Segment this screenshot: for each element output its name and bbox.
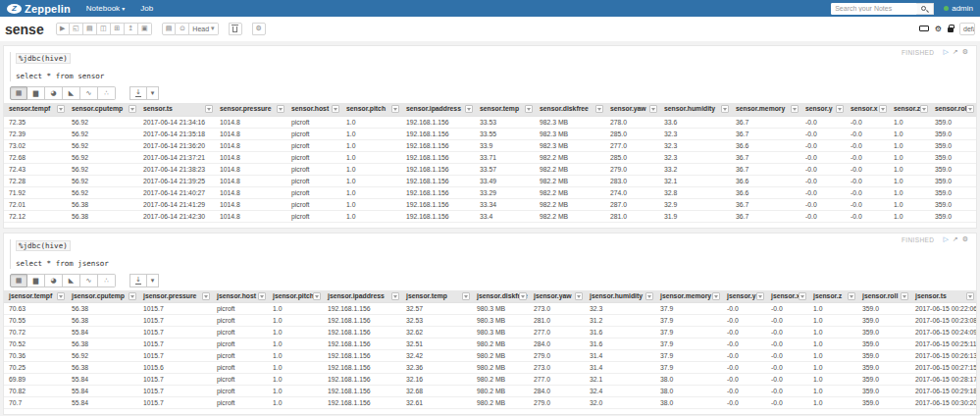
sort-icon[interactable]: [57, 292, 65, 300]
column-header[interactable]: sensor.diskfree: [535, 103, 605, 116]
sort-icon[interactable]: [756, 292, 764, 300]
sort-icon[interactable]: [313, 292, 321, 300]
clone-note-button[interactable]: ⊞: [111, 23, 125, 35]
search-input[interactable]: [831, 3, 917, 15]
column-header[interactable]: sensor.tempf: [4, 103, 67, 116]
sort-icon[interactable]: [129, 105, 136, 113]
column-header[interactable]: sensor.temp: [475, 103, 535, 116]
sort-icon[interactable]: [129, 292, 136, 300]
expand-paragraph-button[interactable]: ↗: [953, 49, 958, 56]
sort-icon[interactable]: [332, 105, 339, 113]
sort-icon[interactable]: [57, 105, 65, 113]
note-visibility-dropdown[interactable]: default: [959, 23, 975, 35]
pie-chart-button[interactable]: ◕: [45, 86, 63, 100]
column-header[interactable]: sensor.memory: [731, 103, 800, 116]
sort-icon[interactable]: [966, 292, 974, 300]
interpreter-binding-button[interactable]: ⚙: [935, 26, 942, 33]
paragraph-settings-button[interactable]: ⚙: [962, 236, 968, 243]
column-header[interactable]: sensor.pressure: [215, 103, 286, 116]
code-editor[interactable]: %jdbc(hive) select * from jsensor: [10, 239, 968, 269]
hide-output-button[interactable]: ▤: [83, 23, 97, 35]
code-editor[interactable]: %jdbc(hive) select * from sensor: [10, 52, 968, 81]
column-header[interactable]: sensor.pitch: [341, 103, 401, 116]
pie-chart-button[interactable]: ◕: [45, 274, 63, 287]
sort-icon[interactable]: [575, 292, 583, 300]
sort-icon[interactable]: [649, 105, 657, 113]
sort-icon[interactable]: [836, 105, 844, 113]
sort-icon[interactable]: [645, 292, 653, 300]
run-paragraph-button[interactable]: ▷: [943, 236, 948, 243]
sort-icon[interactable]: [391, 292, 399, 300]
sort-icon[interactable]: [799, 292, 806, 300]
column-header[interactable]: sensor.ts: [138, 103, 215, 116]
download-caret-button[interactable]: ▾: [147, 86, 159, 100]
column-header[interactable]: sensor.z: [889, 103, 930, 116]
sort-icon[interactable]: [712, 292, 720, 300]
column-header[interactable]: sensor.roll: [930, 103, 976, 116]
export-note-button[interactable]: ↥: [125, 23, 138, 35]
sort-icon[interactable]: [920, 105, 928, 113]
menu-job[interactable]: Job: [140, 4, 153, 13]
scatter-chart-button[interactable]: ∴: [98, 274, 116, 287]
column-header[interactable]: jsensor.tempf: [4, 290, 67, 303]
column-header[interactable]: jsensor.ipaddress: [323, 290, 401, 303]
hide-code-button[interactable]: ◱: [70, 23, 83, 35]
paragraph-settings-button[interactable]: ⚙: [962, 49, 968, 56]
sort-icon[interactable]: [519, 292, 527, 300]
delete-note-button[interactable]: [229, 23, 242, 35]
column-header[interactable]: jsensor.host: [212, 290, 268, 303]
column-header[interactable]: jsensor.pitch: [268, 290, 323, 303]
area-chart-button[interactable]: ◣: [63, 86, 80, 100]
shortcuts-button[interactable]: [919, 26, 929, 33]
sort-icon[interactable]: [462, 292, 470, 300]
download-caret-button[interactable]: ▾: [147, 274, 159, 287]
column-header[interactable]: jsensor.humidity: [585, 290, 655, 303]
sort-icon[interactable]: [848, 292, 855, 300]
sort-icon[interactable]: [901, 292, 908, 300]
search-button[interactable]: [917, 3, 934, 15]
permissions-button[interactable]: [948, 25, 954, 34]
table-view-button[interactable]: ▦: [10, 274, 27, 287]
sort-icon[interactable]: [791, 105, 799, 113]
column-header[interactable]: jsensor.ts: [910, 290, 976, 303]
column-header[interactable]: jsensor.yaw: [529, 290, 585, 303]
sort-icon[interactable]: [202, 292, 210, 300]
revision-compare-button[interactable]: ⊙: [176, 23, 189, 35]
zeppelin-brand-link[interactable]: Z Zeppelin: [7, 3, 71, 15]
column-header[interactable]: sensor.cputemp: [67, 103, 138, 116]
sort-icon[interactable]: [721, 105, 729, 113]
bar-chart-button[interactable]: ▆: [27, 274, 45, 287]
column-header[interactable]: jsensor.memory: [655, 290, 722, 303]
column-header[interactable]: sensor.ipaddress: [401, 103, 475, 116]
column-header[interactable]: jsensor.diskfree: [472, 290, 529, 303]
run-all-button[interactable]: ▶: [56, 23, 70, 35]
line-chart-button[interactable]: ∿: [80, 274, 98, 287]
area-chart-button[interactable]: ◣: [63, 274, 80, 287]
sort-icon[interactable]: [205, 105, 213, 113]
commit-button[interactable]: ▣: [138, 23, 152, 35]
clear-output-button[interactable]: ◫: [97, 23, 111, 35]
column-header[interactable]: sensor.yaw: [605, 103, 659, 116]
menu-notebook[interactable]: Notebook ▾: [86, 4, 126, 13]
column-header[interactable]: jsensor.pressure: [138, 290, 212, 303]
revision-dropdown[interactable]: Head▾: [189, 23, 218, 35]
column-header[interactable]: jsensor.z: [808, 290, 857, 303]
scheduler-button[interactable]: ⚙: [252, 23, 266, 35]
column-header[interactable]: sensor.x: [846, 103, 889, 116]
column-header[interactable]: jsensor.x: [766, 290, 808, 303]
column-header[interactable]: sensor.y: [800, 103, 846, 116]
table-view-button[interactable]: ▦: [10, 86, 27, 100]
user-menu[interactable]: admin: [944, 4, 973, 13]
download-button[interactable]: ↓: [129, 274, 147, 287]
column-header[interactable]: jsensor.cputemp: [67, 290, 138, 303]
run-paragraph-button[interactable]: ▷: [943, 49, 948, 56]
column-header[interactable]: jsensor.roll: [857, 290, 910, 303]
sort-icon[interactable]: [966, 105, 974, 113]
revision-file-button[interactable]: ▤: [162, 23, 177, 35]
column-header[interactable]: jsensor.temp: [401, 290, 472, 303]
column-header[interactable]: sensor.humidity: [659, 103, 731, 116]
download-button[interactable]: ↓: [129, 86, 147, 100]
column-header[interactable]: jsensor.y: [722, 290, 766, 303]
expand-paragraph-button[interactable]: ↗: [953, 236, 958, 243]
bar-chart-button[interactable]: ▆: [27, 86, 45, 100]
